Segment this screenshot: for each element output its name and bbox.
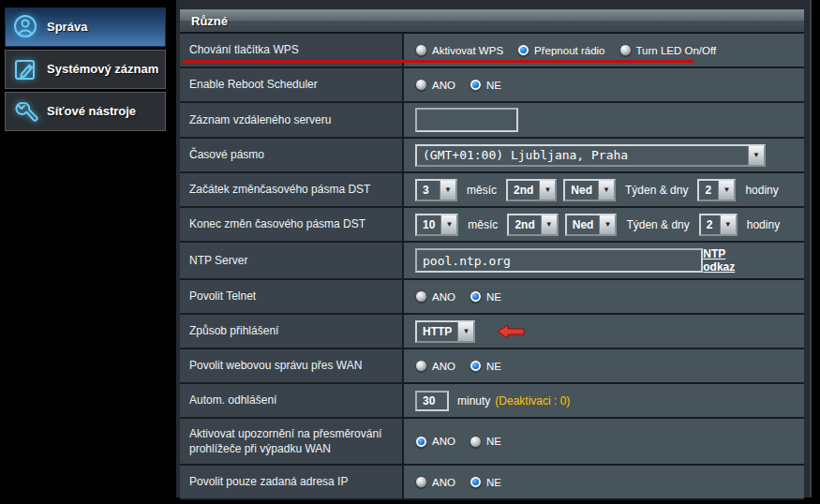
row-auto-logout: Autom. odhlášení minuty (Deaktivaci : 0) bbox=[180, 384, 804, 419]
row-remote-log-server: Záznam vzdáleného serveru bbox=[180, 103, 804, 139]
dst-start-week-select[interactable]: 2nd ▼ bbox=[506, 179, 557, 201]
radio-label: Přepnout rádio bbox=[534, 45, 604, 56]
radio-ne[interactable]: NE bbox=[470, 436, 501, 448]
row-value: ANO NE bbox=[404, 280, 804, 313]
word-mesic: měsíc bbox=[468, 218, 498, 231]
radio-icon[interactable] bbox=[470, 436, 482, 448]
chevron-down-icon[interactable]: ▼ bbox=[457, 322, 473, 341]
radio-label: NE bbox=[486, 436, 501, 447]
chevron-down-icon[interactable]: ▼ bbox=[718, 181, 734, 200]
login-method-select[interactable]: HTTP ▼ bbox=[415, 320, 475, 343]
row-value: HTTP ▼ bbox=[404, 315, 804, 348]
radio-icon[interactable] bbox=[470, 290, 482, 303]
row-value bbox=[404, 103, 804, 137]
chevron-down-icon[interactable]: ▼ bbox=[539, 181, 555, 200]
radio-label: ANO bbox=[432, 291, 455, 303]
word-tyden-dny: Týden & dny bbox=[626, 218, 689, 231]
radio-ano[interactable]: ANO bbox=[415, 476, 455, 488]
chevron-down-icon[interactable]: ▼ bbox=[598, 181, 614, 200]
radio-ano[interactable]: ANO bbox=[415, 360, 455, 372]
chevron-down-icon[interactable]: ▼ bbox=[541, 215, 557, 234]
row-value: 3 ▼ měsíc 2nd ▼ Ned ▼ Týden & dny 2 ▼ bbox=[404, 173, 804, 206]
row-dst-end: Konec změn časového pásma DST 10 ▼ měsíc… bbox=[180, 208, 804, 243]
radio-ne[interactable]: NE bbox=[470, 290, 501, 303]
chevron-down-icon[interactable]: ▼ bbox=[440, 181, 455, 200]
dst-end-week-select[interactable]: 2nd ▼ bbox=[507, 214, 558, 236]
radio-icon[interactable] bbox=[517, 44, 529, 56]
word-tyden-dny: Týden & dny bbox=[625, 184, 688, 197]
sidebar-item-label: Síťové nástroje bbox=[47, 104, 136, 119]
dst-end-hour-select[interactable]: 2 ▼ bbox=[699, 214, 738, 236]
select-value: HTTP bbox=[417, 322, 457, 341]
radio-icon[interactable] bbox=[415, 360, 427, 372]
radio-icon[interactable] bbox=[415, 44, 427, 56]
network-tools-icon bbox=[10, 96, 40, 126]
row-label: Začátek změnčasového pásma DST bbox=[180, 173, 404, 206]
chevron-down-icon[interactable]: ▼ bbox=[599, 215, 615, 234]
radio-ano[interactable]: ANO bbox=[415, 79, 455, 91]
timezone-select-value: (GMT+01:00) Ljubljana, Praha bbox=[417, 146, 748, 165]
row-label: Časové pásmo bbox=[180, 139, 404, 171]
row-dst-start: Začátek změnčasového pásma DST 3 ▼ měsíc… bbox=[180, 173, 804, 208]
sidebar-item-sitove-nastroje[interactable]: Síťové nástroje bbox=[5, 92, 166, 131]
row-label: Konec změn časového pásma DST bbox=[180, 208, 404, 241]
radio-turn-led[interactable]: Turn LED On/Off bbox=[619, 44, 717, 56]
radio-ne[interactable]: NE bbox=[470, 79, 501, 91]
radio-label: Aktivovat WPS bbox=[432, 45, 503, 56]
sidebar-item-sprava[interactable]: Správa bbox=[5, 7, 166, 47]
radio-label: NE bbox=[486, 291, 501, 303]
dst-start-day-select[interactable]: Ned ▼ bbox=[563, 179, 616, 201]
radio-label: Turn LED On/Off bbox=[636, 45, 717, 56]
row-label: Povolit pouze zadaná adresa IP bbox=[180, 466, 404, 498]
row-login-method: Způsob přihlášení HTTP ▼ bbox=[180, 315, 804, 349]
row-allow-specified-ip: Povolit pouze zadaná adresa IP ANO NE bbox=[180, 466, 804, 500]
row-value: ANO NE bbox=[404, 466, 804, 498]
radio-icon[interactable] bbox=[415, 79, 427, 91]
row-label: Enable Reboot Scheduler bbox=[180, 68, 404, 101]
radio-ano[interactable]: ANO bbox=[415, 290, 455, 303]
row-web-admin-wan: Povolit webovou správu přes WAN ANO NE bbox=[180, 349, 804, 384]
remote-log-input[interactable] bbox=[415, 108, 518, 132]
radio-icon[interactable] bbox=[470, 360, 482, 372]
chevron-down-icon[interactable]: ▼ bbox=[440, 215, 456, 234]
ntp-link[interactable]: NTP odkaz bbox=[703, 247, 759, 274]
row-value: ANO NE bbox=[404, 419, 804, 464]
timezone-select[interactable]: (GMT+01:00) Ljubljana, Praha ▼ bbox=[415, 144, 766, 167]
dst-start-hour-select[interactable]: 2 ▼ bbox=[697, 179, 736, 201]
row-label: Povolit Telnet bbox=[180, 280, 404, 313]
radio-icon[interactable] bbox=[619, 44, 632, 56]
row-label: NTP Server bbox=[180, 243, 404, 278]
settings-table: Chování tlačítka WPS Aktivovat WPS Přepn… bbox=[180, 34, 804, 500]
radio-icon[interactable] bbox=[415, 476, 427, 488]
chevron-down-icon[interactable]: ▼ bbox=[748, 146, 764, 165]
radio-prepnout-radio[interactable]: Přepnout rádio bbox=[517, 44, 604, 56]
word-minuty: minuty bbox=[457, 394, 490, 408]
row-value: 10 ▼ měsíc 2nd ▼ Ned ▼ Týden & dny 2 ▼ bbox=[404, 208, 804, 241]
radio-ne[interactable]: NE bbox=[470, 476, 501, 488]
radio-ne[interactable]: NE bbox=[470, 360, 501, 372]
row-label: Způsob přihlášení bbox=[180, 315, 404, 348]
select-value: 2nd bbox=[508, 181, 539, 200]
row-label: Autom. odhlášení bbox=[180, 384, 404, 417]
select-value: Ned bbox=[567, 215, 600, 234]
radio-icon[interactable] bbox=[470, 79, 482, 91]
radio-icon[interactable] bbox=[415, 436, 427, 448]
panel-title: Různé bbox=[180, 9, 804, 34]
ntp-server-input[interactable] bbox=[415, 248, 703, 273]
dst-start-month-select[interactable]: 3 ▼ bbox=[415, 179, 457, 201]
row-label: Povolit webovou správu přes WAN bbox=[180, 349, 404, 382]
radio-label: NE bbox=[486, 361, 501, 372]
radio-icon[interactable] bbox=[470, 476, 482, 488]
dst-end-month-select[interactable]: 10 ▼ bbox=[415, 214, 458, 236]
radio-aktivovat-wps[interactable]: Aktivovat WPS bbox=[415, 44, 503, 56]
radio-label: ANO bbox=[432, 80, 455, 91]
radio-ano[interactable]: ANO bbox=[415, 436, 455, 448]
dst-end-day-select[interactable]: Ned ▼ bbox=[565, 214, 618, 236]
word-hodiny: hodiny bbox=[745, 184, 778, 197]
auto-logout-input[interactable] bbox=[415, 391, 449, 411]
radio-icon[interactable] bbox=[415, 290, 427, 303]
sidebar-item-systemovy-zaznam[interactable]: Systémový záznam bbox=[5, 50, 166, 89]
radio-label: NE bbox=[486, 477, 501, 488]
red-underline-annotation bbox=[183, 60, 693, 63]
chevron-down-icon[interactable]: ▼ bbox=[720, 215, 736, 234]
